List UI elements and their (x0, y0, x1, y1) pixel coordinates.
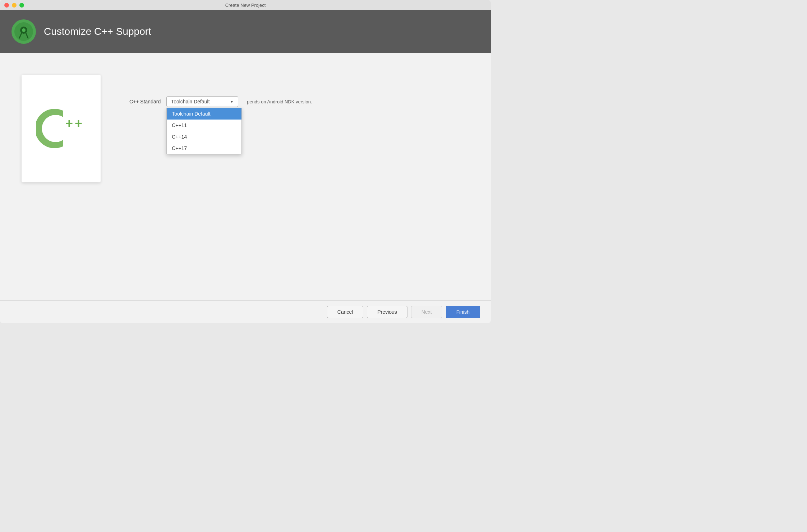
cpp-standard-label: C++ Standard (129, 99, 161, 104)
maximize-button[interactable] (19, 3, 24, 8)
cpp-standard-row: C++ Standard Toolchain Default ▼ Toolcha… (129, 96, 312, 107)
next-button: Next (411, 306, 442, 318)
cpp-card: + + (22, 75, 101, 182)
dropdown-menu: Toolchain Default C++11 C++14 C++17 (166, 108, 242, 154)
footer: Cancel Previous Next Finish (0, 300, 491, 323)
window-title: Create New Project (225, 3, 266, 8)
previous-button[interactable]: Previous (367, 306, 407, 318)
right-panel: C++ Standard Toolchain Default ▼ Toolcha… (129, 75, 312, 107)
content-area: + + C++ Standard Toolchain Default ▼ (22, 75, 469, 182)
page-title: Customize C++ Support (44, 26, 151, 37)
dropdown-item-cpp17[interactable]: C++17 (167, 143, 241, 154)
close-button[interactable] (4, 3, 9, 8)
dropdown-item-cpp14[interactable]: C++14 (167, 131, 241, 143)
depends-text: pends on Android NDK version. (247, 99, 312, 104)
main-content: + + C++ Standard Toolchain Default ▼ (0, 53, 491, 300)
dropdown-selected-value: Toolchain Default (171, 99, 209, 104)
cpp-standard-dropdown[interactable]: Toolchain Default ▼ (166, 96, 238, 107)
cancel-button[interactable]: Cancel (327, 306, 364, 318)
title-bar: Create New Project (0, 0, 491, 10)
finish-button[interactable]: Finish (446, 306, 480, 318)
svg-text:+: + (65, 116, 73, 131)
dropdown-item-cpp11[interactable]: C++11 (167, 120, 241, 131)
svg-point-3 (22, 28, 26, 32)
traffic-lights (4, 3, 24, 8)
header: Customize C++ Support (0, 10, 491, 53)
dropdown-item-toolchain-default[interactable]: Toolchain Default (167, 108, 241, 120)
android-studio-icon (11, 19, 37, 45)
svg-text:+: + (75, 116, 82, 131)
cpp-logo: + + (36, 107, 86, 150)
minimize-button[interactable] (12, 3, 17, 8)
chevron-down-icon: ▼ (230, 100, 234, 104)
